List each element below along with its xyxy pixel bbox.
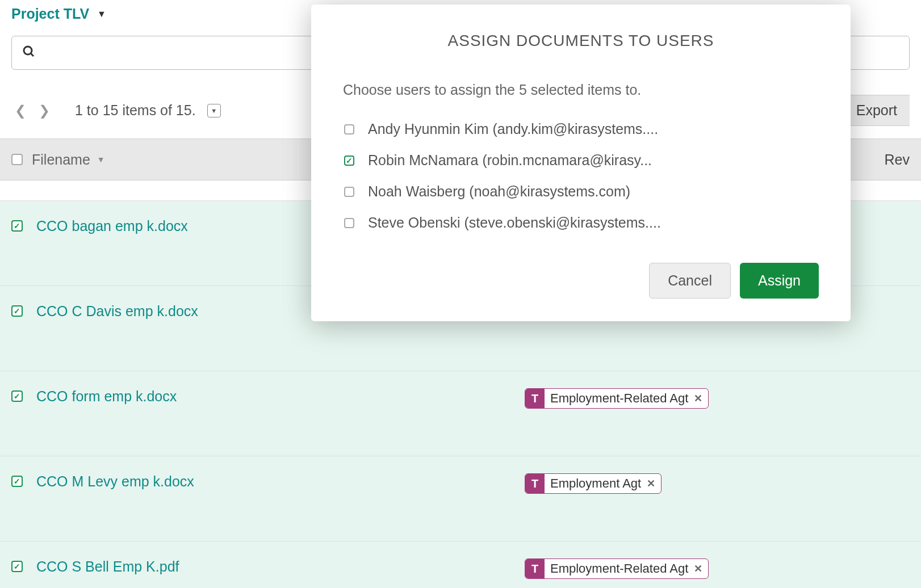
next-page-button[interactable]: ❯	[35, 103, 53, 119]
column-header-filename-label: Filename	[32, 152, 90, 168]
tags: TEmployment Agt✕	[525, 473, 662, 494]
assign-documents-modal: ASSIGN DOCUMENTS TO USERS Choose users t…	[311, 5, 851, 321]
user-row[interactable]: Andy Hyunmin Kim (andy.kim@kirasystems..…	[344, 121, 819, 137]
pager-menu-button[interactable]: ▼	[207, 104, 221, 117]
tag-label: Employment-Related Agt	[545, 391, 694, 406]
table-row: CCO M Levy emp k.docxTEmployment Agt✕	[0, 456, 921, 541]
tag-remove-icon[interactable]: ✕	[694, 562, 708, 575]
row-checkbox[interactable]	[11, 220, 23, 232]
tag-label: Employment-Related Agt	[545, 561, 694, 576]
tag[interactable]: TEmployment-Related Agt✕	[525, 388, 709, 409]
row-checkbox[interactable]	[11, 305, 23, 317]
caret-down-icon: ▼	[211, 107, 217, 114]
search-icon	[22, 45, 36, 61]
table-row: CCO form emp k.docxTEmployment-Related A…	[0, 371, 921, 456]
select-all-checkbox[interactable]	[11, 154, 23, 165]
tag-remove-icon[interactable]: ✕	[647, 477, 661, 490]
svg-point-0	[24, 47, 32, 54]
export-button[interactable]: Export	[843, 95, 910, 126]
cancel-button[interactable]: Cancel	[649, 263, 731, 299]
row-checkbox[interactable]	[11, 390, 23, 402]
user-label: Noah Waisberg (noah@kirasystems.com)	[368, 183, 630, 200]
user-checkbox[interactable]	[344, 218, 354, 228]
assign-button[interactable]: Assign	[740, 263, 819, 299]
svg-line-1	[31, 53, 34, 56]
filename-link[interactable]: CCO M Levy emp k.docx	[36, 473, 525, 490]
modal-prompt: Choose users to assign the 5 selected it…	[343, 82, 819, 98]
tag-label: Employment Agt	[545, 476, 647, 491]
user-label: Steve Obenski (steve.obenski@kirasystems…	[368, 215, 661, 231]
user-row[interactable]: Robin McNamara (robin.mcnamara@kirasy...	[344, 152, 819, 169]
caret-down-icon: ▼	[97, 9, 106, 19]
chevron-left-icon: ❮	[15, 103, 26, 118]
column-header-rev[interactable]: Rev	[885, 152, 910, 168]
tags: TEmployment-Related Agt✕	[525, 558, 709, 579]
row-checkbox[interactable]	[11, 561, 23, 572]
filename-link[interactable]: CCO S Bell Emp K.pdf	[36, 558, 525, 575]
modal-title: ASSIGN DOCUMENTS TO USERS	[343, 32, 819, 50]
project-dropdown[interactable]: Project TLV ▼	[11, 6, 106, 22]
tag-type-badge: T	[525, 474, 545, 493]
table-row: CCO S Bell Emp K.pdfTEmployment-Related …	[0, 541, 921, 588]
user-row[interactable]: Steve Obenski (steve.obenski@kirasystems…	[344, 215, 819, 231]
user-label: Robin McNamara (robin.mcnamara@kirasy...	[368, 152, 652, 169]
chevron-right-icon: ❯	[39, 103, 50, 118]
project-name: Project TLV	[11, 6, 89, 22]
tag-type-badge: T	[525, 389, 545, 408]
user-row[interactable]: Noah Waisberg (noah@kirasystems.com)	[344, 183, 819, 200]
tag-remove-icon[interactable]: ✕	[694, 392, 708, 405]
user-list: Andy Hyunmin Kim (andy.kim@kirasystems..…	[343, 121, 819, 231]
user-label: Andy Hyunmin Kim (andy.kim@kirasystems..…	[368, 121, 658, 137]
user-checkbox[interactable]	[344, 124, 354, 135]
sort-caret-icon: ▼	[97, 155, 105, 164]
prev-page-button[interactable]: ❮	[11, 103, 30, 119]
filename-link[interactable]: CCO form emp k.docx	[36, 388, 525, 405]
modal-buttons: Cancel Assign	[343, 263, 819, 299]
pager-status: 1 to 15 items of 15.	[75, 102, 196, 119]
user-checkbox[interactable]	[344, 156, 354, 166]
user-checkbox[interactable]	[344, 187, 354, 197]
tags: TEmployment-Related Agt✕	[525, 388, 709, 409]
tag-type-badge: T	[525, 559, 545, 578]
row-checkbox[interactable]	[11, 476, 23, 487]
tag[interactable]: TEmployment Agt✕	[525, 473, 662, 494]
tag[interactable]: TEmployment-Related Agt✕	[525, 558, 709, 579]
